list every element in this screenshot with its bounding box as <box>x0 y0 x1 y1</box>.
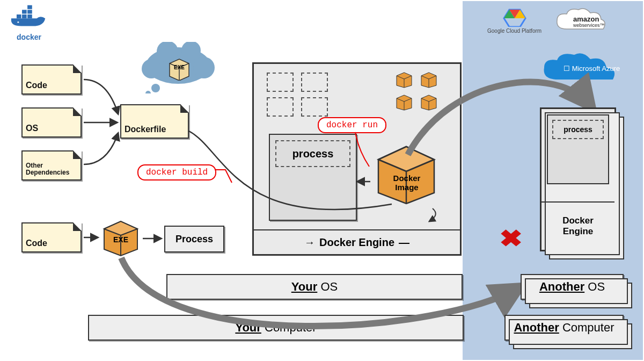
docker-build-text: docker build <box>146 168 208 177</box>
process-slot-label: process <box>292 148 334 160</box>
file-dockerfile-label: Dockerfile <box>125 125 185 134</box>
svg-point-9 <box>193 57 215 78</box>
aws-badge: amazon webservices™ <box>554 8 608 38</box>
remote-process-label: process <box>564 125 592 134</box>
another-computer-rest: Computer <box>559 321 614 334</box>
svg-point-12 <box>151 84 160 92</box>
cube-icon <box>419 94 438 111</box>
svg-rect-0 <box>17 15 21 18</box>
your-os-rest: OS <box>317 280 338 293</box>
svg-rect-2 <box>27 15 32 18</box>
remote-engine-panel: process Docker Engine <box>540 107 616 251</box>
another-os-rest: OS <box>584 280 605 293</box>
image-slot-icon <box>267 97 294 117</box>
file-os-label: OS <box>26 124 77 133</box>
svg-point-13 <box>145 91 151 93</box>
another-computer-bar: Another Computer <box>504 315 624 341</box>
remote-process-slot: process <box>552 120 604 139</box>
svg-rect-5 <box>27 5 32 9</box>
file-deps: Other Dependencies <box>21 150 82 180</box>
svg-point-8 <box>142 59 161 78</box>
your-computer-rest: Computer <box>261 321 317 334</box>
docker-logo-text: docker <box>8 33 50 41</box>
your-computer-bar: Your Computer <box>88 315 464 341</box>
docker-engine-label: Docker Engine <box>319 236 394 249</box>
file-deps-label: Other Dependencies <box>26 162 77 176</box>
azure-badge: ☐ Microsoft Azure <box>539 52 625 88</box>
remote-process-container: process <box>547 114 609 184</box>
process-box: Process <box>164 226 224 252</box>
image-slot-icon <box>301 73 328 92</box>
svg-point-6 <box>17 21 19 23</box>
gcp-icon <box>503 6 526 27</box>
file-os: OS <box>21 107 82 138</box>
svg-rect-1 <box>22 15 27 18</box>
cube-icon <box>394 71 414 89</box>
process-slot: process <box>275 140 350 167</box>
docker-build-callout: docker build <box>137 164 216 180</box>
your-os-bar: Your OS <box>166 274 463 300</box>
file-code: Code <box>21 64 82 95</box>
docker-whale-icon <box>10 3 48 31</box>
exe-cube-label: EXE <box>100 235 142 244</box>
file-code-2: Code <box>21 222 82 252</box>
docker-run-text: docker run <box>326 120 378 130</box>
docker-engine-panel: process Docker Image → Docker Engine — <box>252 62 462 256</box>
another-os-u: Another <box>539 280 584 293</box>
docker-logo: docker <box>8 3 50 41</box>
file-code2-label: Code <box>26 239 77 248</box>
gcp-badge: Google Cloud Platform <box>487 6 541 34</box>
your-computer-u: Your <box>235 321 261 334</box>
process-box-label: Process <box>175 234 213 245</box>
aws-label-1: amazon <box>573 15 599 23</box>
docker-image-label: Docker Image <box>383 174 431 192</box>
docker-run-callout: docker run <box>318 117 386 133</box>
gcp-label: Google Cloud Platform <box>487 28 541 34</box>
file-code-label: Code <box>26 81 77 90</box>
image-slot-icon <box>267 73 294 92</box>
remote-engine-label: Docker Engine <box>541 201 614 250</box>
aws-label-2: webservices™ <box>573 23 605 28</box>
azure-label: Microsoft Azure <box>572 64 620 73</box>
svg-rect-4 <box>27 10 32 13</box>
cross-icon: ✖ <box>499 225 523 252</box>
exe-cube: EXE <box>100 219 142 259</box>
exe-cloud-label: EXE <box>166 64 192 70</box>
process-container: process <box>269 134 357 221</box>
cube-icon <box>419 71 438 89</box>
svg-rect-3 <box>22 10 27 13</box>
docker-image-cube: Docker Image <box>372 143 441 208</box>
exe-cloud-cube: EXE <box>166 57 192 83</box>
your-os-u: Your <box>291 280 317 293</box>
cube-icon <box>394 94 414 111</box>
another-os-bar: Another OS <box>521 274 624 300</box>
another-computer-u: Another <box>514 321 559 334</box>
image-slot-icon <box>301 97 328 117</box>
file-dockerfile: Dockerfile <box>120 104 189 139</box>
docker-engine-label-row: → Docker Engine — <box>254 229 460 254</box>
